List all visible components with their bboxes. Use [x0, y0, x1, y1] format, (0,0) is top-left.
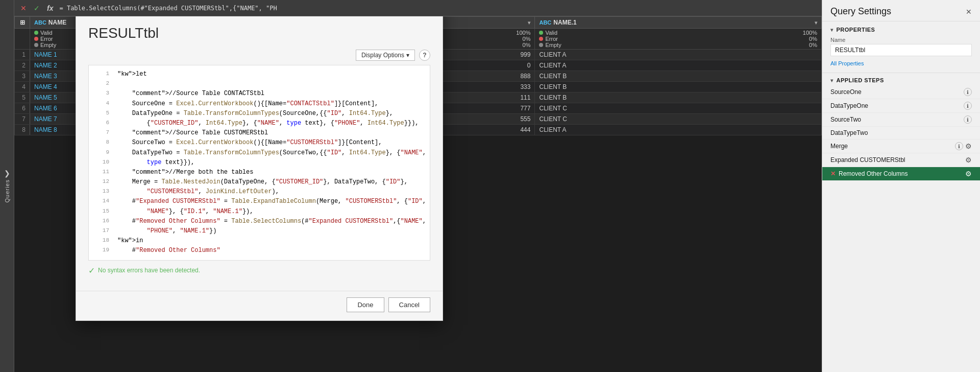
chevron-right-icon: ❯ — [4, 169, 10, 177]
step-info-icon[interactable]: ℹ — [964, 115, 972, 124]
row-number: 8 — [15, 125, 30, 135]
line-content: "NAME"}, {"ID.1", "NAME.1"}), — [117, 207, 426, 217]
modal-toolbar: Display Options ▾ ? — [88, 50, 430, 61]
code-line: 6 {"CUSTOMER_ID", Int64.Type}, {"NAME", … — [89, 119, 430, 128]
code-line: 10 type text}}), — [89, 158, 430, 168]
main-area: ✕ ✓ fx = Table.SelectColumns(#"Expanded … — [14, 0, 822, 372]
cancel-formula-icon[interactable]: ✕ — [18, 3, 29, 13]
qs-all-properties-link[interactable]: All Properties — [822, 58, 980, 68]
qs-name-input[interactable] — [830, 44, 972, 56]
display-options-label: Display Options — [361, 52, 404, 59]
line-content: "comment">//Merge both the tables — [117, 168, 426, 177]
line-number: 3 — [93, 89, 109, 99]
code-line: 8 SourceTwo = Excel.CurrentWorkbook(){[N… — [89, 138, 430, 148]
line-number: 10 — [93, 158, 109, 168]
formula-bar-icons: ✕ ✓ fx — [18, 3, 55, 13]
col-name-label: NAME — [48, 19, 66, 26]
step-gear-icon[interactable]: ⚙ — [965, 170, 972, 178]
step-info-icon[interactable]: ℹ — [955, 142, 963, 150]
name1-filter-btn[interactable]: ▾ — [815, 20, 817, 26]
line-number: 13 — [93, 187, 109, 197]
phone-filter-btn[interactable]: ▾ — [528, 20, 530, 26]
help-btn[interactable]: ? — [419, 50, 430, 61]
code-line: 17 "PHONE", "NAME.1"}) — [89, 226, 430, 236]
applied-step[interactable]: Mergeℹ⚙ — [822, 140, 980, 153]
row-number: 5 — [15, 92, 30, 103]
line-number: 1 — [93, 69, 109, 79]
sidebar-toggle[interactable]: ❯ Queries — [0, 0, 14, 372]
code-line: 4 SourceOne = Excel.CurrentWorkbook(){[N… — [89, 99, 430, 109]
step-name: Merge — [830, 143, 953, 150]
display-options-btn[interactable]: Display Options ▾ — [356, 50, 415, 61]
row-number: 6 — [15, 103, 30, 114]
step-gear-icon[interactable]: ⚙ — [965, 142, 972, 150]
code-line: 18"kw">in — [89, 236, 430, 246]
step-error-icon: ✕ — [830, 170, 836, 177]
applied-step[interactable]: SourceOneℹ — [822, 85, 980, 99]
code-editor[interactable]: 1"kw">let2 3 "comment">//Source Table CO… — [88, 65, 430, 261]
line-content: Merge = Table.NestedJoin(DataTypeOne, {"… — [117, 177, 426, 187]
name1-cell: CLIENT A — [535, 50, 822, 60]
modal-body: RESULTtbl Display Options ▾ ? 1"kw">let2… — [76, 16, 443, 291]
applied-step[interactable]: DataTypeOneℹ — [822, 99, 980, 113]
name1-cell: CLIENT C — [535, 114, 822, 125]
applied-step[interactable]: SourceTwoℹ — [822, 113, 980, 127]
line-number: 19 — [93, 246, 109, 255]
applied-step[interactable]: DataTypeTwo — [822, 127, 980, 140]
line-number: 7 — [93, 128, 109, 138]
col-name1-label: NAME.1 — [553, 19, 576, 26]
line-number: 4 — [93, 99, 109, 109]
row-number: 7 — [15, 114, 30, 125]
advanced-editor-modal: X Advanced Editor ─ □ ✕ RESULTtbl Displa… — [76, 16, 443, 321]
step-name: Expanded CUSTOMERStbl — [830, 156, 963, 164]
query-settings-panel: Query Settings ✕ ▾ PROPERTIES Name All P… — [822, 0, 980, 372]
line-content: SourceTwo = Excel.CurrentWorkbook(){[Nam… — [117, 138, 426, 148]
qs-close-btn[interactable]: ✕ — [966, 8, 972, 16]
code-line: 15 "NAME"}, {"ID.1", "NAME.1"}), — [89, 207, 430, 217]
step-name: Removed Other Columns — [839, 170, 963, 177]
step-name: SourceOne — [830, 88, 962, 96]
line-number: 8 — [93, 138, 109, 148]
step-name: SourceTwo — [830, 116, 962, 123]
line-number: 11 — [93, 168, 109, 177]
line-number: 2 — [93, 79, 109, 89]
applied-step[interactable]: ✕Removed Other Columns⚙ — [822, 167, 980, 181]
code-line: 9 DataTypeTwo = Table.TransformColumnTyp… — [89, 148, 430, 158]
code-line: 5 DataTypeOne = Table.TransformColumnTyp… — [89, 109, 430, 119]
row-number: 1 — [15, 50, 30, 60]
line-content: "comment">//Source Table CONTACTStbl — [117, 89, 426, 99]
line-content: DataTypeTwo = Table.TransformColumnTypes… — [117, 148, 426, 158]
step-info-icon[interactable]: ℹ — [964, 88, 972, 96]
properties-label: PROPERTIES — [837, 27, 875, 33]
done-button[interactable]: Done — [347, 297, 384, 312]
line-content — [117, 79, 426, 89]
queries-label: Queries — [4, 179, 10, 203]
code-line: 12 Merge = Table.NestedJoin(DataTypeOne,… — [89, 177, 430, 187]
code-line: 1"kw">let — [89, 69, 430, 79]
line-content: SourceOne = Excel.CurrentWorkbook(){[Nam… — [117, 99, 426, 109]
name1-cell: CLIENT A — [535, 125, 822, 135]
step-gear-icon[interactable]: ⚙ — [965, 156, 972, 164]
properties-arrow-icon: ▾ — [830, 27, 834, 33]
line-content: #"Removed Other Columns" = Table.SelectC… — [117, 217, 426, 226]
step-info-icon[interactable]: ℹ — [964, 102, 972, 110]
applied-step[interactable]: Expanded CUSTOMERStbl⚙ — [822, 153, 980, 167]
step-name: DataTypeOne — [830, 102, 962, 109]
confirm-formula-icon[interactable]: ✓ — [32, 3, 42, 13]
name1-cell: CLIENT C — [535, 103, 822, 114]
name1-cell: CLIENT A — [535, 60, 822, 71]
name1-cell: CLIENT B — [535, 71, 822, 82]
modal-query-title: RESULTtbl — [88, 25, 430, 41]
formula-input[interactable]: = Table.SelectColumns(#"Expanded CUSTOME… — [59, 5, 818, 12]
code-line: 16 #"Removed Other Columns" = Table.Sele… — [89, 217, 430, 226]
syntax-status: ✓ No syntax errors have been detected. — [88, 261, 430, 281]
formula-bar: ✕ ✓ fx = Table.SelectColumns(#"Expanded … — [14, 0, 822, 16]
line-number: 6 — [93, 119, 109, 128]
name1-cell: CLIENT B — [535, 92, 822, 103]
cancel-button[interactable]: Cancel — [388, 297, 430, 312]
line-content: "PHONE", "NAME.1"}) — [117, 226, 426, 236]
code-line: 19 #"Removed Other Columns" — [89, 246, 430, 255]
applied-steps-list: SourceOneℹDataTypeOneℹSourceTwoℹDataType… — [822, 85, 980, 181]
code-line: 13 "CUSTOMERStbl", JoinKind.LeftOuter), — [89, 187, 430, 197]
col-header-name1[interactable]: ABC NAME.1 ▾ — [535, 17, 822, 29]
